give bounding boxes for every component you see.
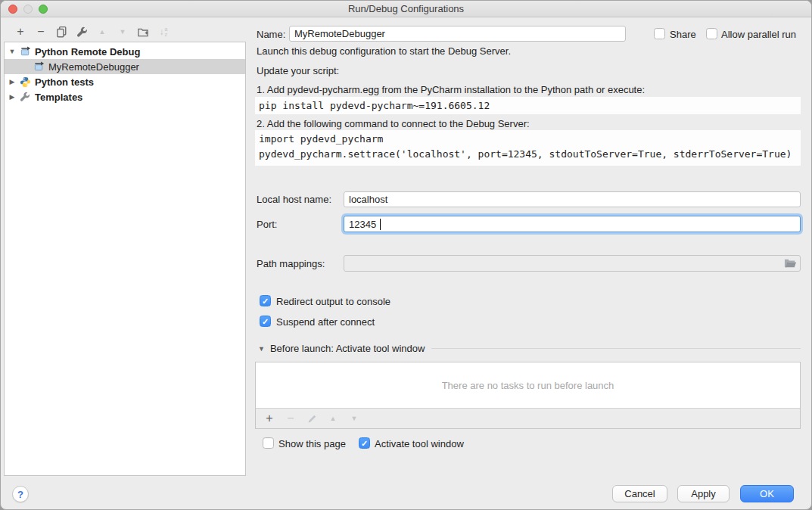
pencil-icon — [307, 414, 317, 424]
configurations-toolbar: + − ▲ ▼ ↓ az — [14, 24, 170, 39]
share-checkbox[interactable] — [654, 28, 665, 39]
show-this-page-checkbox[interactable] — [263, 437, 274, 449]
header-rule — [431, 348, 801, 349]
show-this-page-label: Show this page — [278, 438, 346, 450]
add-task-button[interactable]: + — [263, 412, 275, 424]
window-title: Run/Debug Configurations — [348, 3, 464, 14]
zoom-window-button[interactable] — [39, 5, 48, 14]
move-task-up-button: ▲ — [327, 412, 339, 424]
before-launch-box: There are no tasks to run before launch … — [255, 362, 801, 429]
move-task-down-button: ▼ — [348, 412, 360, 424]
browse-folder-icon[interactable] — [784, 258, 797, 269]
run-configuration-icon — [19, 45, 31, 58]
sort-az-icon: ↓ az — [160, 26, 168, 37]
description-line-2: Update your script: — [257, 64, 339, 79]
apply-button[interactable]: Apply — [677, 485, 730, 502]
add-configuration-button[interactable]: + — [14, 26, 26, 38]
run-configuration-icon — [33, 61, 45, 73]
edit-task-button — [306, 412, 318, 424]
pip-install-code-block: pip install pydevd-pycharm~=191.6605.12 — [255, 97, 801, 114]
redirect-output-label: Redirect output to console — [276, 296, 390, 308]
code-line: import pydevd_pycharm — [259, 132, 797, 147]
settrace-code-block: import pydevd_pycharm pydevd_pycharm.set… — [255, 130, 801, 166]
before-launch-toolbar: + − ▲ ▼ — [256, 409, 800, 428]
help-button[interactable]: ? — [12, 486, 29, 502]
step-2-text: 2. Add the following command to connect … — [257, 117, 530, 132]
copy-icon — [56, 26, 67, 38]
share-label: Share — [670, 29, 696, 41]
text-caret — [380, 219, 381, 230]
path-mappings-field[interactable] — [344, 255, 801, 272]
cancel-button[interactable]: Cancel — [612, 485, 667, 502]
ok-button[interactable]: OK — [740, 485, 794, 502]
sort-configurations-button: ↓ az — [157, 26, 170, 38]
new-folder-icon — [137, 26, 149, 38]
tree-item-label: Python tests — [35, 76, 94, 88]
close-window-button[interactable] — [8, 5, 17, 14]
code-line: pip install pydevd-pycharm~=191.6605.12 — [259, 98, 797, 114]
tree-item-label: Python Remote Debug — [35, 46, 140, 58]
tree-item-python-remote-debug[interactable]: ▼ Python Remote Debug — [5, 44, 245, 59]
tree-item-label: Templates — [35, 92, 82, 103]
move-up-button: ▲ — [96, 26, 108, 38]
port-input[interactable] — [344, 216, 801, 232]
move-down-button: ▼ — [117, 26, 129, 38]
window-controls — [8, 5, 48, 14]
templates-wrench-icon — [19, 91, 31, 103]
activate-tool-window-checkbox[interactable]: ✓ — [359, 437, 370, 449]
tree-item-label: MyRemoteDebugger — [48, 61, 139, 73]
local-host-name-input[interactable] — [344, 191, 801, 207]
path-mappings-label: Path mappings: — [257, 258, 325, 269]
port-field-wrapper — [344, 216, 801, 232]
tree-item-templates[interactable]: ▶ Templates — [5, 89, 245, 104]
remove-task-button: − — [285, 412, 297, 424]
collapse-triangle-icon[interactable]: ▼ — [258, 345, 265, 353]
wrench-icon — [76, 26, 88, 38]
before-launch-task-list[interactable]: There are no tasks to run before launch — [256, 362, 800, 409]
suspend-after-connect-checkbox[interactable]: ✓ — [260, 316, 271, 327]
empty-tasks-text: There are no tasks to run before launch — [442, 380, 614, 391]
chevron-down-icon[interactable]: ▼ — [8, 48, 17, 55]
before-launch-header[interactable]: ▼ Before launch: Activate tool window — [258, 343, 801, 354]
chevron-right-icon[interactable]: ▶ — [8, 93, 17, 101]
title-bar: Run/Debug Configurations — [1, 1, 811, 17]
remove-configuration-button[interactable]: − — [35, 26, 47, 38]
redirect-output-checkbox[interactable]: ✓ — [260, 295, 271, 306]
code-line: pydevd_pycharm.settrace('localhost', por… — [259, 147, 797, 162]
chevron-right-icon[interactable]: ▶ — [8, 78, 17, 86]
suspend-after-connect-label: Suspend after connect — [276, 316, 375, 328]
name-label: Name: — [257, 29, 285, 40]
allow-parallel-run-label: Allow parallel run — [721, 29, 796, 41]
tree-item-python-tests[interactable]: ▶ Python tests — [5, 74, 245, 89]
minimize-window-button — [23, 5, 33, 14]
configurations-tree: ▼ Python Remote Debug MyRemoteDebugger — [4, 42, 246, 476]
activate-tool-window-label: Activate tool window — [375, 438, 464, 450]
name-input[interactable] — [289, 26, 626, 42]
create-folder-button[interactable] — [137, 26, 149, 38]
port-label: Port: — [257, 219, 277, 230]
description-line-1: Launch this debug configuration to start… — [257, 44, 511, 59]
local-host-name-label: Local host name: — [257, 194, 331, 205]
copy-configuration-button[interactable] — [55, 26, 67, 38]
step-1-text: 1. Add pydevd-pycharm.egg from the PyCha… — [257, 82, 645, 98]
run-debug-configurations-dialog: Run/Debug Configurations + − ▲ ▼ ↓ — [0, 0, 812, 510]
edit-defaults-button[interactable] — [76, 26, 88, 38]
python-icon — [19, 76, 31, 88]
tree-item-myremotedebugger[interactable]: MyRemoteDebugger — [5, 59, 245, 74]
before-launch-title: Before launch: Activate tool window — [270, 343, 425, 354]
allow-parallel-run-checkbox[interactable] — [706, 28, 717, 39]
